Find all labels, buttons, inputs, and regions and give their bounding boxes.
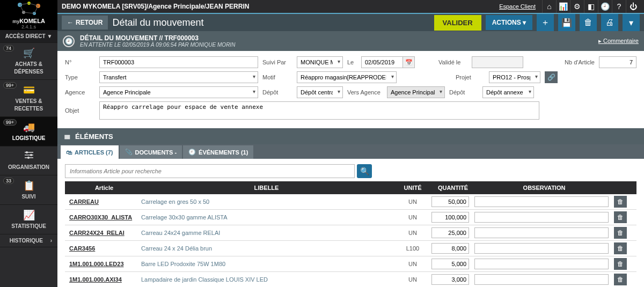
article-link[interactable]: CAR3456 [69,245,139,252]
projet-link-button[interactable]: 🔗 [545,71,558,83]
obs-input[interactable] [474,212,609,223]
obs-input[interactable] [474,274,609,285]
qty-input[interactable] [431,243,469,254]
col-unite: UNITÉ [394,185,431,191]
actions-dropdown[interactable]: ACTIONS [486,15,532,30]
obs-input[interactable] [474,227,609,238]
badge: 74 [3,45,14,51]
sidebar-item-ventes[interactable]: 99+💳VENTES & RECETTES [0,80,57,117]
article-libelle: Carreau 24x24 gamme RELAI [139,230,394,236]
arrow-left-icon: ← [67,19,74,26]
sidebar-direct-access[interactable]: ACCÈS DIRECT ▼ [0,30,57,43]
home-icon[interactable]: ⌂ [542,0,556,13]
client-space-link[interactable]: Espace Client [499,3,536,10]
nav-label: STATISTIQUE [11,223,46,229]
badge: 99+ [3,82,17,89]
depot2-select[interactable] [482,86,534,98]
qty-input[interactable] [431,274,469,285]
sidebar-history[interactable]: HISTORIQUE› [0,234,57,247]
objet-field[interactable]: Réappro carrelage pour espace de vente a… [99,101,539,120]
version: 2.4.1.s [21,24,36,30]
obs-input[interactable] [474,243,609,254]
projet-select[interactable] [489,71,540,83]
article-link[interactable]: 1M1.001.000.AXI34 [69,276,139,283]
tab-documents[interactable]: 📎DOCUMENTS - [120,145,182,159]
delete-button[interactable]: 🗑 [580,14,597,31]
page-title: Détail du mouvement [112,17,429,28]
article-link[interactable]: 1M1.001.000.LED23 [69,261,139,267]
num-field[interactable] [99,56,258,68]
tab-événements[interactable]: 🕘ÉVÉNEMENTS (1) [183,145,253,159]
form-area: N° Suivi Par Le 📅 Validé le Nb d'Article… [57,51,644,128]
row-delete-button[interactable]: 🗑 [614,196,627,208]
label-objet: Objet [65,107,95,114]
motif-select[interactable] [297,71,397,83]
print-button[interactable]: 🖨 [601,14,618,31]
more-button[interactable]: ▾ [623,14,640,31]
validate-button[interactable]: VALIDER [434,15,481,31]
sidebar-item-achats[interactable]: 74🛒ACHATS & DÉPENSES [0,43,57,80]
article-link[interactable]: CARRO30X30_ALISTA [69,214,139,220]
qty-input[interactable] [431,259,469,269]
qty-input[interactable] [431,196,469,207]
nb-article-field [599,56,636,68]
label-vers-agence: Vers Agence [347,89,383,95]
detail-subtitle: EN ATTENTE LE 02/05/2019 À 09:06:54 PAR … [80,42,593,48]
tab-label: ARTICLES (7) [75,149,113,156]
col-quantite: QUANTITÉ [431,185,474,191]
badge: 99+ [3,119,17,126]
vers-agence-select[interactable] [387,86,445,98]
add-button[interactable]: ＋ [537,14,554,31]
comment-link[interactable]: Commentaire [598,38,639,45]
table-row: CAR3456Carreau 24 x 24 Délia brunL100🗑 [65,241,636,256]
row-delete-button[interactable]: 🗑 [614,274,627,285]
agence-select[interactable] [99,86,258,98]
nav-label: ACHATS & DÉPENSES [14,61,43,75]
help-icon[interactable]: ? [612,0,626,13]
detail-title: DÉTAIL DU MOUVEMENT // TRF000003 [80,34,593,42]
svg-line-9 [24,12,34,13]
article-unite: L100 [394,245,431,252]
back-button[interactable]: ←RETOUR [62,16,108,30]
sidebar-item-statistique[interactable]: 📈STATISTIQUE [0,205,57,234]
power-icon[interactable]: ⏻ [626,0,640,13]
window-icon[interactable]: ◧ [584,0,598,13]
row-delete-button[interactable]: 🗑 [614,211,627,223]
tabs: 🛍ARTICLES (7)📎DOCUMENTS -🕘ÉVÉNEMENTS (1) [57,144,644,159]
row-delete-button[interactable]: 🗑 [614,258,627,270]
suivi-select[interactable] [297,56,343,68]
tab-icon: 🛍 [66,149,72,156]
pagebar: ←RETOUR Détail du mouvement VALIDER ACTI… [57,14,644,31]
save-button[interactable]: 💾 [558,14,575,31]
nav-label: VENTES & RECETTES [14,98,43,112]
clock-icon[interactable]: 🕘 [598,0,612,13]
date-field[interactable] [361,56,403,68]
search-input[interactable] [65,164,355,178]
gear-icon[interactable]: ⚙ [570,0,584,13]
depot-select[interactable] [297,86,343,98]
row-delete-button[interactable]: 🗑 [614,227,627,239]
chart-icon[interactable]: 📊 [556,0,570,13]
label-depot2: Dépôt [449,89,478,95]
qty-input[interactable] [431,227,469,238]
search-button[interactable]: 🔍 [357,164,372,178]
breadcrumb: DEMO MYKOMELA [SRV05]/Agence Principale/… [62,3,499,10]
qty-input[interactable] [431,212,469,223]
article-link[interactable]: CARREAU [69,198,139,205]
sidebar-item-logistique[interactable]: 99+🚚LOGISTIQUE [0,117,57,146]
type-select[interactable] [99,71,258,83]
svg-line-7 [20,5,24,12]
obs-input[interactable] [474,259,609,269]
col-observation: OBSERVATION [474,185,614,191]
sidebar-item-organisation[interactable]: ORGANISATION [0,146,57,175]
label-type: Type [65,74,95,80]
sidebar-item-suivi[interactable]: 33📋SUIVI [0,175,57,205]
article-libelle: Lampadaire de jardin Classique LOUIS XIV… [139,276,394,283]
calendar-icon[interactable]: 📅 [403,56,415,68]
article-link[interactable]: CARR24X24_RELAI [69,230,139,236]
label-suivi: Suivi Par [262,59,292,65]
article-libelle: Carrelage 30x30 gamme ALISTA [139,214,394,220]
tab-articles[interactable]: 🛍ARTICLES (7) [61,145,119,159]
row-delete-button[interactable]: 🗑 [614,242,627,254]
obs-input[interactable] [474,196,609,207]
